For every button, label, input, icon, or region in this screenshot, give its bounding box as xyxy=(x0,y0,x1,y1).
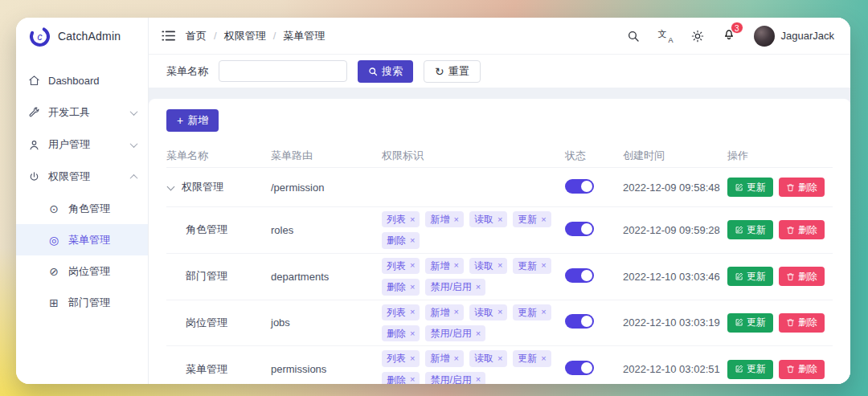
content-panel: + 新增 菜单名称 菜单路由 权限标识 状态 创建时间 操作 权限管理/perm… xyxy=(149,99,850,384)
tag-close-icon[interactable]: × xyxy=(541,260,546,271)
breadcrumb: 首页 / 权限管理 / 菜单管理 xyxy=(186,29,325,43)
breadcrumb-item-home[interactable]: 首页 xyxy=(186,29,207,43)
translate-icon[interactable]: 文 A xyxy=(658,30,673,43)
update-button[interactable]: 更新 xyxy=(727,313,773,333)
tag-close-icon[interactable]: × xyxy=(410,214,415,225)
search-button[interactable]: 搜索 xyxy=(358,60,413,83)
permission-tag: 列表× xyxy=(382,258,420,274)
update-button-label: 更新 xyxy=(747,316,766,329)
column-header-status: 状态 xyxy=(565,149,623,163)
tag-close-icon[interactable]: × xyxy=(476,329,481,339)
update-button-label: 更新 xyxy=(747,223,766,237)
tag-close-icon[interactable]: × xyxy=(410,329,415,339)
update-button[interactable]: 更新 xyxy=(727,220,773,239)
sidebar-item-dev-tools[interactable]: 开发工具 xyxy=(16,96,148,129)
status-toggle[interactable] xyxy=(565,268,594,283)
tag-close-icon[interactable]: × xyxy=(410,374,415,384)
sidebar-item-menu-mgmt[interactable]: ◎菜单管理 xyxy=(16,224,148,255)
tag-close-icon[interactable]: × xyxy=(497,307,502,317)
tag-label: 新增 xyxy=(430,353,449,364)
tag-close-icon[interactable]: × xyxy=(410,353,415,364)
sidebar-item-user-mgmt[interactable]: 用户管理 xyxy=(16,129,148,161)
update-button[interactable]: 更新 xyxy=(727,267,773,286)
breadcrumb-item-menu[interactable]: 菜单管理 xyxy=(283,29,325,43)
cell-menu-name: 权限管理 xyxy=(166,180,271,194)
tag-close-icon[interactable]: × xyxy=(453,260,458,271)
update-button[interactable]: 更新 xyxy=(727,178,773,197)
sidebar-toggle-icon[interactable] xyxy=(162,30,175,42)
status-toggle[interactable] xyxy=(565,179,594,194)
delete-button[interactable]: 删除 xyxy=(779,220,825,239)
logo[interactable]: c CatchAdmin xyxy=(16,18,148,55)
permission-tag: 新增× xyxy=(425,304,463,320)
tag-close-icon[interactable]: × xyxy=(410,282,415,292)
permission-tag: 删除× xyxy=(382,232,420,248)
permission-tag: 新增× xyxy=(425,350,463,366)
tag-close-icon[interactable]: × xyxy=(453,353,458,364)
search-icon xyxy=(368,67,378,76)
topbar: 首页 / 权限管理 / 菜单管理 文 A xyxy=(149,18,850,55)
tag-close-icon[interactable]: × xyxy=(541,307,546,317)
expand-chevron-icon[interactable] xyxy=(167,182,175,190)
delete-button[interactable]: 删除 xyxy=(779,360,825,379)
sidebar-item-dashboard[interactable]: Dashboard xyxy=(16,64,148,96)
tag-close-icon[interactable]: × xyxy=(410,307,415,317)
status-toggle[interactable] xyxy=(565,222,594,236)
delete-button[interactable]: 删除 xyxy=(779,178,825,197)
notifications-bell-icon[interactable]: 3 xyxy=(723,27,735,44)
delete-button[interactable]: 删除 xyxy=(779,313,825,333)
breadcrumb-item-permission[interactable]: 权限管理 xyxy=(224,29,266,43)
tag-label: 更新 xyxy=(518,214,537,225)
permission-tag: 读取× xyxy=(469,350,507,366)
user-menu[interactable]: JaguarJack xyxy=(754,26,834,47)
permission-tag: 新增× xyxy=(425,211,463,227)
permission-tag: 列表× xyxy=(382,304,420,320)
tag-close-icon[interactable]: × xyxy=(497,214,502,225)
app-name: CatchAdmin xyxy=(58,30,121,43)
sidebar: c CatchAdmin Dashboard开发工具用户管理权限管理⊙角色管理◎… xyxy=(16,18,149,384)
tag-close-icon[interactable]: × xyxy=(453,307,458,317)
tag-close-icon[interactable]: × xyxy=(497,353,502,364)
tag-close-icon[interactable]: × xyxy=(410,235,415,246)
tag-close-icon[interactable]: × xyxy=(497,260,502,271)
tag-close-icon[interactable]: × xyxy=(476,374,481,384)
permission-tag: 禁用/启用× xyxy=(425,372,485,384)
sidebar-item-label: 岗位管理 xyxy=(68,264,110,279)
tag-label: 列表 xyxy=(387,214,406,225)
status-toggle[interactable] xyxy=(565,361,594,375)
permission-tag: 新增× xyxy=(425,258,463,274)
translate-glyph-cn: 文 xyxy=(658,28,667,40)
menu-name-input[interactable] xyxy=(219,60,347,82)
reset-button[interactable]: ↻ 重置 xyxy=(424,60,481,83)
update-button[interactable]: 更新 xyxy=(727,360,773,379)
breadcrumb-separator: / xyxy=(214,30,217,42)
cell-status xyxy=(565,268,623,285)
breadcrumb-separator: / xyxy=(273,30,276,42)
sidebar-item-permission-mgmt[interactable]: 权限管理 xyxy=(16,161,148,193)
chevron-down-icon xyxy=(130,108,138,116)
status-toggle[interactable] xyxy=(565,314,594,329)
delete-button[interactable]: 删除 xyxy=(779,267,825,286)
cell-menu-route: /permission xyxy=(271,182,382,194)
add-button[interactable]: + 新增 xyxy=(166,109,219,132)
tag-label: 读取 xyxy=(474,214,493,225)
cell-status xyxy=(565,314,623,331)
sidebar-item-post-mgmt[interactable]: ⊘岗位管理 xyxy=(16,255,148,287)
tag-close-icon[interactable]: × xyxy=(410,260,415,271)
table-row: 岗位管理jobs列表×新增×读取×更新×删除×禁用/启用×2022-12-10 … xyxy=(166,300,833,347)
tag-close-icon[interactable]: × xyxy=(541,353,546,364)
trash-icon xyxy=(786,365,795,374)
tag-close-icon[interactable]: × xyxy=(541,214,546,225)
search-field-label: 菜单名称 xyxy=(166,64,208,79)
tag-close-icon[interactable]: × xyxy=(476,282,481,292)
search-icon[interactable] xyxy=(627,30,640,43)
theme-sun-icon[interactable] xyxy=(691,30,704,43)
column-header-menu-name: 菜单名称 xyxy=(166,149,271,163)
refresh-icon: ↻ xyxy=(435,66,444,77)
tag-label: 更新 xyxy=(518,307,537,318)
tag-close-icon[interactable]: × xyxy=(453,214,458,225)
cell-menu-route: permissions xyxy=(271,363,382,375)
sidebar-item-dept-mgmt[interactable]: ⊞部门管理 xyxy=(16,287,148,318)
column-header-permission-mark: 权限标识 xyxy=(382,149,565,163)
sidebar-item-role-mgmt[interactable]: ⊙角色管理 xyxy=(16,193,148,224)
